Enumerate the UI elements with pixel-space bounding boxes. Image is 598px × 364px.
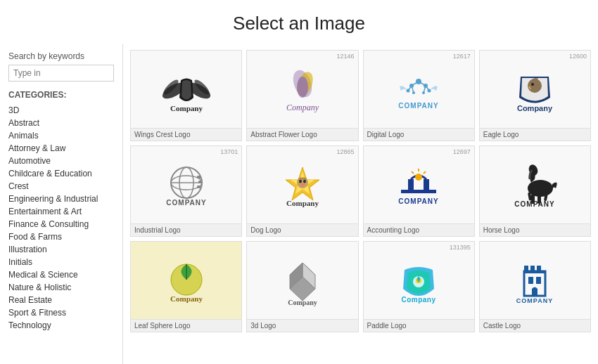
svg-text:Company: Company: [170, 294, 203, 303]
logo-label: Paddle Logo: [364, 319, 474, 332]
search-input[interactable]: [8, 65, 114, 82]
logo-id: 12697: [453, 148, 471, 155]
logo-id: 12865: [336, 148, 354, 155]
logo-card-castle[interactable]: COMPANY Castle Logo: [479, 241, 591, 332]
svg-point-24: [531, 83, 534, 86]
logo-label: Leaf Sphere Logo: [131, 319, 241, 332]
category-item-finance---consulting[interactable]: Finance & Consulting: [8, 218, 114, 230]
logo-label: Abstract Flower Logo: [247, 128, 357, 141]
logo-image-industrial: COMPANY: [131, 146, 241, 223]
category-item-engineering---industrial[interactable]: Engineering & Industrial: [8, 193, 114, 205]
logo-image-digital: COMPANY: [364, 51, 474, 128]
category-item-3d[interactable]: 3D: [8, 104, 114, 117]
logo-label: Castle Logo: [480, 319, 590, 332]
svg-rect-42: [408, 179, 414, 193]
logo-label: Digital Logo: [364, 128, 474, 141]
svg-rect-30: [197, 176, 201, 178]
logo-image-eagle: Company: [480, 51, 590, 128]
svg-rect-72: [524, 271, 545, 273]
logo-card-horse[interactable]: COMPANY Horse Logo: [479, 145, 591, 237]
svg-text:COMPANY: COMPANY: [398, 197, 438, 205]
svg-point-7: [297, 77, 308, 98]
svg-point-39: [300, 183, 305, 186]
logo-card-eagle[interactable]: 12600 Company Eagle Logo: [479, 50, 591, 141]
categories-label: CATEGORIES:: [8, 90, 114, 100]
category-item-nature---holistic[interactable]: Nature & Holistic: [8, 281, 114, 294]
logo-label: Dog Logo: [247, 223, 357, 236]
logo-card-digital[interactable]: 12617: [363, 50, 475, 141]
svg-point-38: [303, 180, 306, 183]
logo-card-wings-crest[interactable]: Company Wings Crest Logo: [130, 50, 242, 141]
search-label: Search by keywords: [8, 51, 114, 61]
category-item-animals[interactable]: Animals: [8, 129, 114, 142]
category-item-sport---fitness[interactable]: Sport & Fitness: [8, 306, 114, 319]
logo-grid: Company Wings Crest Logo12146 Company Ab…: [130, 50, 591, 332]
logo-image-accounting: COMPANY: [364, 146, 474, 223]
logo-label: Accounting Logo: [364, 223, 474, 236]
logo-label: 3d Logo: [247, 319, 357, 332]
main-content: Company Wings Crest Logo12146 Company Ab…: [123, 44, 598, 364]
svg-line-46: [412, 171, 414, 174]
category-item-medical---science[interactable]: Medical & Science: [8, 268, 114, 281]
svg-rect-31: [198, 181, 202, 183]
logo-card-industrial[interactable]: 13701 COMPANY Industrial Logo: [130, 145, 242, 237]
category-item-abstract[interactable]: Abstract: [8, 117, 114, 129]
category-item-real-estate[interactable]: Real Estate: [8, 294, 114, 306]
svg-point-44: [415, 174, 422, 181]
logo-image-castle: COMPANY: [480, 242, 590, 319]
logo-image-dog: Company: [247, 146, 357, 223]
svg-line-47: [424, 171, 426, 174]
svg-text:Company: Company: [170, 104, 203, 112]
category-item-initials[interactable]: Initials: [8, 256, 114, 268]
svg-rect-73: [528, 277, 533, 284]
svg-point-37: [299, 180, 302, 183]
svg-text:COMPANY: COMPANY: [398, 102, 438, 110]
svg-rect-41: [401, 190, 436, 193]
logo-label: Horse Logo: [480, 223, 590, 236]
logo-card-dog[interactable]: 12865 Company Dog Logo: [246, 145, 358, 237]
category-item-crest[interactable]: Crest: [8, 180, 114, 193]
main-layout: Search by keywords CATEGORIES: 3DAbstrac…: [0, 44, 598, 364]
svg-text:COMPANY: COMPANY: [516, 297, 553, 304]
logo-image-wings-crest: Company: [131, 51, 241, 128]
logo-label: Industrial Logo: [131, 223, 241, 236]
logo-id: 12617: [453, 53, 471, 60]
svg-text:Company: Company: [517, 104, 553, 112]
category-item-automotive[interactable]: Automotive: [8, 155, 114, 167]
svg-text:Company: Company: [286, 103, 319, 112]
logo-image-horse: COMPANY: [480, 146, 590, 223]
logo-id: 12146: [336, 53, 354, 60]
svg-text:COMPANY: COMPANY: [515, 200, 555, 208]
svg-text:Company: Company: [286, 199, 319, 207]
logo-card-paddle[interactable]: 131395 Company Paddle Logo: [363, 241, 475, 332]
logo-id: 13701: [220, 148, 238, 155]
logo-card-accounting[interactable]: 12697 COMPANY Accounting Logo: [363, 145, 475, 237]
category-item-entertainment---art[interactable]: Entertainment & Art: [8, 205, 114, 218]
logo-image-leaf-sphere: Company: [131, 242, 241, 319]
svg-rect-32: [197, 186, 201, 188]
category-item-attorney---law[interactable]: Attorney & Law: [8, 142, 114, 155]
page-title: Select an Image: [0, 0, 598, 44]
category-item-food---farms[interactable]: Food & Farms: [8, 230, 114, 243]
logo-card-3d[interactable]: Company 3d Logo: [246, 241, 358, 332]
categories-list: 3DAbstractAnimalsAttorney & LawAutomotiv…: [8, 104, 114, 332]
svg-text:COMPANY: COMPANY: [166, 199, 206, 207]
category-item-illustration[interactable]: Illustration: [8, 243, 114, 256]
logo-label: Eagle Logo: [480, 128, 590, 141]
svg-text:Company: Company: [288, 299, 317, 306]
svg-text:Company: Company: [402, 296, 436, 304]
logo-image-abstract-flower: Company: [247, 51, 357, 128]
logo-image-3d: Company: [247, 242, 357, 319]
sidebar: Search by keywords CATEGORIES: 3DAbstrac…: [0, 44, 123, 364]
logo-id: 131395: [450, 244, 471, 251]
svg-rect-74: [536, 277, 541, 284]
logo-card-leaf-sphere[interactable]: Company Leaf Sphere Logo: [130, 241, 242, 332]
logo-id: 12600: [569, 53, 587, 60]
category-item-childcare---education[interactable]: Childcare & Education: [8, 167, 114, 180]
logo-card-abstract-flower[interactable]: 12146 Company Abstract Flower Logo: [246, 50, 358, 141]
logo-label: Wings Crest Logo: [131, 128, 241, 141]
logo-image-paddle: Company: [364, 242, 474, 319]
svg-rect-43: [424, 179, 429, 193]
category-item-technology[interactable]: Technology: [8, 319, 114, 332]
